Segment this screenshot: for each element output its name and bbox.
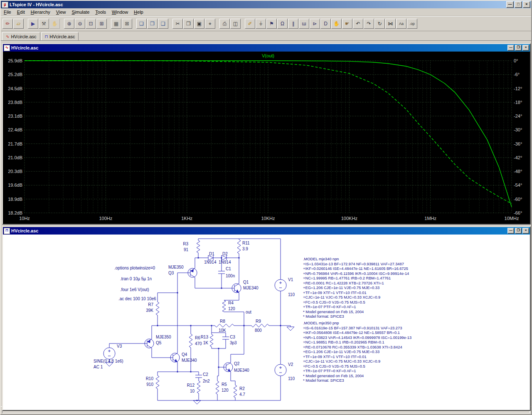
text-button[interactable]: Aa: [396, 19, 406, 29]
component-label[interactable]: Q5: [156, 341, 162, 345]
wave-restore-button[interactable]: ❐: [515, 45, 522, 51]
component-label[interactable]: V1: [288, 277, 293, 282]
component-label[interactable]: R11: [242, 241, 250, 245]
schem-minimize-button[interactable]: —: [507, 228, 514, 234]
spice-model-text[interactable]: +TF=1e-09 XTF=1 VTF=10 ITF=0.01: [303, 355, 367, 359]
spice-model-text[interactable]: +RE=0.0001 RC=1.42228 XTB=2.70726 XTI=1: [303, 281, 384, 285]
voltage-source-symbol[interactable]: [275, 279, 286, 291]
spice-directive-text[interactable]: .four 1e6 V(out): [120, 287, 149, 292]
control-panel-button[interactable]: ⚒: [39, 19, 49, 29]
spice-model-text[interactable]: +EG=1.206 CJE=1e-11 VJE=0.75 MJE=0.33: [303, 286, 379, 290]
rotate-button[interactable]: ↻: [374, 19, 385, 29]
component-label[interactable]: Q3: [168, 271, 174, 275]
resistor-symbol[interactable]: [197, 381, 200, 393]
menu-hierarchy[interactable]: Hierarchy: [28, 9, 53, 15]
component-label[interactable]: 3p3: [230, 341, 237, 345]
resistor-symbol[interactable]: [197, 240, 200, 253]
component-label[interactable]: 39K: [146, 308, 153, 313]
schematic-pane[interactable]: R391R113.9D1D21N9141N914MJE350Q3C1100nQ1…: [3, 235, 530, 410]
spice-model-text[interactable]: +TR=1e-07 PTF=0 KF=0 AF=1: [303, 305, 356, 309]
net-label-button[interactable]: ⚑: [266, 19, 277, 29]
grid-dots-button[interactable]: ▦: [111, 19, 121, 29]
tab-2-hvcircle.asc[interactable]: ⊓HVcircle.asc: [41, 32, 79, 40]
resistor-symbol[interactable]: [216, 381, 219, 394]
component-label[interactable]: C1: [226, 267, 231, 271]
spice-model-text[interactable]: +NR=1.03823 VAR=4.14543 IKR=0.0999978 IS…: [303, 336, 411, 340]
component-label[interactable]: SINE(0 4.8 1e6): [94, 359, 123, 363]
mirror-button[interactable]: ⋈: [385, 19, 396, 29]
inductor-button[interactable]: ɯ: [299, 19, 309, 29]
component-label[interactable]: MJE350: [156, 335, 171, 339]
print-button[interactable]: ⎙: [219, 19, 230, 29]
component-label[interactable]: out: [246, 310, 251, 314]
component-label[interactable]: MJE340: [182, 358, 197, 363]
maximize-button[interactable]: □: [515, 1, 522, 8]
resistor-symbol[interactable]: [222, 300, 226, 312]
cut-button[interactable]: ✂: [172, 19, 183, 29]
component-label[interactable]: Q1: [243, 280, 249, 284]
zoom-fit-button[interactable]: ⊞: [96, 19, 107, 29]
capacitor-button[interactable]: ∥: [288, 19, 298, 29]
title-bar[interactable]: µ LTspice IV - HVcircle.asc — □ ×: [1, 1, 531, 8]
paste-button[interactable]: ▣: [194, 19, 204, 29]
component-label[interactable]: 470: [195, 341, 202, 346]
component-label[interactable]: 100n: [226, 274, 235, 278]
waveform-pane[interactable]: 25.9dB0°25.2dB-6°24.5dB-12°23.8dB-18°23.…: [3, 52, 530, 224]
drag-button[interactable]: ☛: [342, 19, 352, 29]
component-label[interactable]: R2: [239, 386, 245, 391]
component-label[interactable]: R12: [187, 383, 195, 388]
schematic-window-titlebar[interactable]: ⊓ HVcircle.asc — ❐ ×: [3, 227, 530, 235]
schem-close-button[interactable]: ×: [522, 228, 529, 234]
tile-vertical-button[interactable]: ❐: [147, 19, 158, 29]
schem-restore-button[interactable]: ❐: [515, 228, 522, 234]
resistor-button[interactable]: Ω: [277, 19, 288, 29]
spice-model-text[interactable]: * Model generated on Feb 15, 2004: [303, 374, 364, 378]
menu-help[interactable]: Help: [131, 9, 146, 15]
voltage-source-symbol[interactable]: [275, 364, 286, 376]
component-label[interactable]: D2: [222, 252, 228, 256]
component-label[interactable]: R6: [195, 336, 200, 340]
component-label[interactable]: 2n2: [203, 379, 210, 383]
component-label[interactable]: C2: [203, 372, 208, 377]
component-label[interactable]: Q2: [234, 361, 240, 366]
component-label[interactable]: 91: [184, 247, 189, 252]
component-label[interactable]: R3: [183, 242, 188, 246]
component-label[interactable]: R9: [256, 319, 261, 324]
menu-tools[interactable]: Tools: [92, 9, 109, 15]
menu-simulate[interactable]: Simulate: [69, 9, 92, 15]
menu-window[interactable]: Window: [109, 9, 131, 15]
component-label[interactable]: 3.9: [242, 247, 248, 251]
menu-file[interactable]: File: [1, 9, 14, 15]
spice-directive-text[interactable]: .options plotwinsize=0: [114, 266, 155, 270]
component-label[interactable]: AC 1: [94, 365, 103, 369]
spice-model-text[interactable]: +TR=1e-07 PTF=0 KF=0 AF=1: [303, 369, 356, 373]
spice-model-text[interactable]: * Model format: SPICE3: [303, 314, 344, 319]
open-button[interactable]: ▱: [13, 19, 24, 29]
schematic-canvas[interactable]: R391R113.9D1D21N9141N914MJE350Q3C1100nQ1…: [3, 235, 530, 410]
component-label[interactable]: R7: [148, 302, 153, 307]
copy-button[interactable]: ❐: [183, 19, 194, 29]
spice-model-text[interactable]: +CJC=1e-11 VJC=0.75 MJC=0.33 XCJC=0.9: [303, 359, 380, 363]
spice-directive-button[interactable]: .op: [407, 19, 417, 29]
move-button[interactable]: ✋: [331, 19, 342, 29]
spice-model-text[interactable]: +IKF=0.0564808 ISE=4.48479e-12 NE=1.5855…: [303, 331, 400, 335]
zoom-area-button[interactable]: ⊡: [86, 19, 96, 29]
component-label[interactable]: 1N914: [204, 260, 217, 264]
component-label[interactable]: C3: [230, 335, 235, 339]
resistor-symbol[interactable]: [156, 375, 159, 389]
ground-button[interactable]: ⏚: [256, 19, 266, 29]
component-label[interactable]: D1: [209, 252, 214, 256]
component-label[interactable]: 800: [255, 328, 262, 333]
spice-model-text[interactable]: +TF=1e-09 XTF=1 VTF=10 ITF=0.01: [303, 291, 367, 295]
component-label[interactable]: MJE340: [234, 368, 249, 373]
component-label[interactable]: MJE340: [243, 286, 259, 290]
print-preview-button[interactable]: ◫: [230, 19, 241, 29]
component-label[interactable]: V2: [288, 362, 293, 367]
component-label[interactable]: V3: [117, 344, 122, 348]
component-label[interactable]: 110: [288, 292, 295, 297]
spice-model-text[interactable]: +CJC=1e-11 VJC=0.75 MJC=0.33 XCJC=0.9: [303, 295, 380, 299]
spice-model-text[interactable]: +FC=0.5 CJS=0 VJS=0.75 MJS=0.5: [303, 300, 365, 304]
component-label[interactable]: MJE350: [168, 265, 184, 269]
spice-model-text[interactable]: +IS=1.03431e-13 BF=172.974 NF=0.939811 V…: [303, 262, 404, 266]
trace-label[interactable]: V(out): [262, 53, 274, 58]
